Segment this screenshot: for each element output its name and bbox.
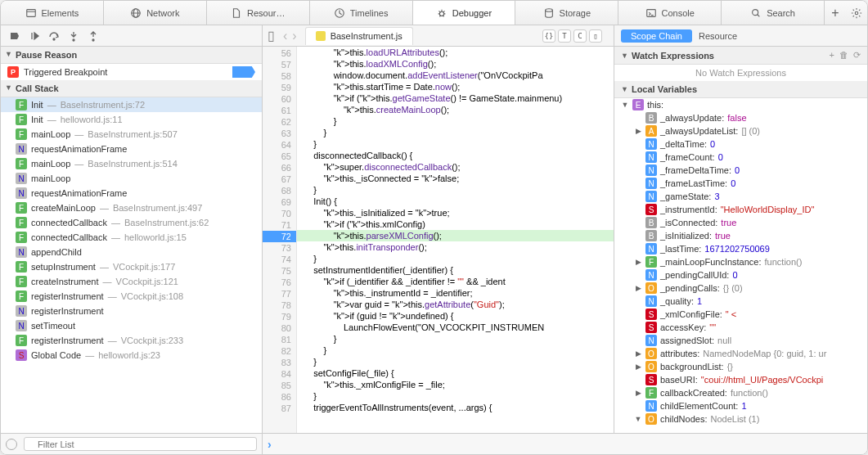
stack-frame[interactable]: FmainLoop — BaseInstrument.js:507 [1,127,262,142]
stack-frame[interactable]: SGlobal Code — helloworld.js:23 [1,348,262,363]
variable-row[interactable]: ▶FcallbackCreated: function() [614,386,867,399]
stack-frame[interactable]: FconnectedCallback — BaseInstrument.js:6… [1,215,262,230]
toggle-sidebar-button[interactable]: ▯ [589,29,602,43]
stack-frame[interactable]: FconnectedCallback — helloworld.js:15 [1,230,262,245]
expand-icon[interactable]: ▶ [634,258,642,266]
variable-row[interactable]: ▶O_pendingCalls: {} (0) [614,282,867,295]
variable-row[interactable]: N_frameLastTime: 0 [614,177,867,190]
pause-reason-row: P Triggered Breakpoint [1,64,262,80]
step-out-icon[interactable] [88,30,99,42]
call-stack-header[interactable]: Call Stack [1,80,262,97]
pretty-print-button[interactable]: {} [542,29,555,43]
expand-icon[interactable]: ▶ [634,363,642,371]
variable-row[interactable]: NassignedSlot: null [614,334,867,347]
source-editor[interactable]: 5657585960616263646566676869707172737475… [263,47,614,433]
variable-row[interactable]: S_xmlConfigFile: " < [614,308,867,321]
nav-forward-icon[interactable]: › [292,29,296,43]
variable-row[interactable]: SaccessKey: "" [614,321,867,334]
refresh-watch-icon[interactable]: ⟳ [853,50,861,61]
variable-row[interactable]: ▶F_mainLoopFuncInstance: function() [614,255,867,268]
resume-icon[interactable] [29,30,40,42]
stack-frame[interactable]: FInit — helloworld.js:11 [1,112,262,127]
variable-row[interactable]: S_instrumentId: "HelloWorldDisplay_ID" [614,203,867,216]
stack-frame[interactable]: FcreateMainLoop — BaseInstrument.js:497 [1,200,262,215]
toggle-navigator-icon[interactable]: ▯ [268,28,275,43]
add-watch-icon[interactable]: + [830,50,834,61]
filter-input[interactable] [24,437,257,451]
frame-type-icon: F [16,261,27,273]
watch-expressions-header[interactable]: ▼Watch Expressions + 🗑 ⟳ [614,47,867,65]
clear-watch-icon[interactable]: 🗑 [839,50,848,61]
variable-row[interactable]: N_lastTime: 1671202750069 [614,242,867,255]
type-badge-icon: N [645,178,657,189]
resource-tab[interactable]: Resource [699,31,737,41]
tab-network[interactable]: Network [104,1,207,25]
variable-row[interactable]: ▼Ethis: [614,98,867,111]
expand-icon[interactable]: ▶ [634,349,642,358]
debugger-icon [436,7,447,19]
call-stack-panel: Pause Reason P Triggered Breakpoint Call… [1,47,263,433]
expand-icon[interactable]: ▼ [621,101,629,109]
variable-row[interactable]: ▶A_alwaysUpdateList: [] (0) [614,124,867,137]
tab-resources[interactable]: Resour… [207,1,310,25]
expand-icon[interactable]: ▼ [634,415,642,423]
local-variables-header[interactable]: ▼Local Variables [614,81,867,98]
scope-chain-tab[interactable]: Scope Chain [621,29,692,43]
stack-frame[interactable]: NrequestAnimationFrame [1,186,262,200]
expand-icon[interactable]: ▶ [634,389,642,397]
tab-timelines[interactable]: Timelines [310,1,413,25]
stack-frame[interactable]: FsetupInstrument — VCockpit.js:177 [1,259,262,274]
variable-row[interactable]: N_frameCount: 0 [614,151,867,164]
pause-reason-header[interactable]: Pause Reason [1,47,262,64]
variable-row[interactable]: SbaseURI: "coui://html_UI/Pages/VCockpi [614,373,867,386]
variable-row[interactable]: NchildElementCount: 1 [614,399,867,412]
toggle-breakpoints-icon[interactable] [9,30,20,42]
console-prompt-icon[interactable]: › [268,438,272,451]
type-badge-icon: B [645,230,657,241]
expand-icon[interactable]: ▶ [634,284,642,292]
variable-row[interactable]: ▼OchildNodes: NodeList (1) [614,412,867,426]
new-tab-button[interactable]: + [828,6,843,20]
tab-debugger[interactable]: Debugger [413,1,516,25]
variable-row[interactable]: N_pendingCallUId: 0 [614,268,867,282]
info-icon[interactable] [6,439,17,450]
stack-frame[interactable]: NappendChild [1,245,262,259]
variable-row[interactable]: N_deltaTime: 0 [614,137,867,151]
variable-row[interactable]: B_alwaysUpdate: false [614,111,867,124]
variable-row[interactable]: N_frameDeltaTime: 0 [614,164,867,177]
tab-console[interactable]: Console [618,1,722,25]
expand-icon[interactable]: ▶ [634,127,642,135]
variable-row[interactable]: N_quality: 1 [614,295,867,308]
coverage-button[interactable]: C [573,29,587,43]
variable-row[interactable]: N_gameState: 3 [614,190,867,203]
stack-frame[interactable]: NregisterInstrument [1,304,262,318]
type-badge-icon: N [645,335,657,346]
stack-frame[interactable]: NrequestAnimationFrame [1,142,262,156]
type-button[interactable]: T [558,29,571,43]
stack-frame[interactable]: FcreateInstrument — VCockpit.js:121 [1,274,262,289]
svg-rect-0 [26,9,35,16]
variable-row[interactable]: B_isInitialized: true [614,229,867,242]
frame-type-icon: F [16,202,27,214]
tab-elements[interactable]: Elements [1,1,104,25]
stack-frame[interactable]: FregisterInstrument — VCockpit.js:108 [1,289,262,304]
settings-icon[interactable] [849,6,864,20]
tab-search[interactable]: Search [722,1,825,25]
stack-frame[interactable]: FmainLoop — BaseInstrument.js:514 [1,156,262,171]
tab-storage[interactable]: Storage [515,1,618,25]
step-over-icon[interactable] [48,30,60,42]
stack-frame[interactable]: NmainLoop [1,171,262,186]
variable-row[interactable]: ▶ObackgroundList: {} [614,360,867,373]
variable-row[interactable]: B_isConnected: true [614,216,867,229]
stack-frame[interactable]: FregisterInstrument — VCockpit.js:233 [1,333,262,348]
file-tab-baseinstrument[interactable]: BaseInstrument.js [305,27,413,45]
variable-row[interactable]: ▶Oattributes: NamedNodeMap {0: guid, 1: … [614,347,867,360]
stack-frame[interactable]: FInit — BaseInstrument.js:72 [1,97,262,112]
type-badge-icon: F [645,256,657,268]
step-into-icon[interactable] [68,30,79,42]
type-badge-icon: F [645,387,657,399]
nav-back-icon[interactable]: ‹ [283,29,287,43]
stack-frame[interactable]: NsetTimeout [1,318,262,333]
type-badge-icon: E [632,99,644,110]
code-content[interactable]: "k">this.loadURLAttributes(); "k">this.l… [297,47,614,433]
